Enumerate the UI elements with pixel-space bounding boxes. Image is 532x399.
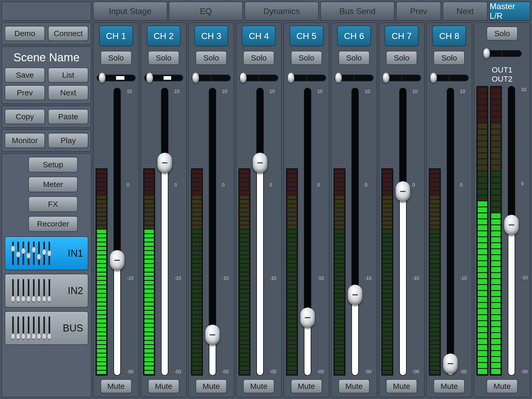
solo-button[interactable]: Solo	[386, 51, 417, 65]
level-meter	[490, 86, 502, 376]
level-meter	[286, 168, 298, 376]
pan-control[interactable]	[483, 48, 522, 59]
solo-button[interactable]: Solo	[101, 51, 132, 65]
fader[interactable]	[300, 88, 316, 376]
master-strip: SoloOUT1OUT2100-10-00Mute	[474, 22, 530, 397]
save-button[interactable]: Save	[5, 68, 45, 83]
tab-input-stage[interactable]: Input Stage	[93, 2, 167, 21]
bank-label: IN2	[58, 285, 83, 296]
fader-ticks: 100-10-00	[221, 88, 229, 376]
svg-point-45	[42, 334, 46, 339]
svg-point-17	[11, 296, 15, 302]
tab-prev[interactable]: Prev	[396, 2, 441, 21]
fader[interactable]	[395, 88, 411, 376]
solo-button[interactable]: Solo	[434, 51, 465, 65]
copy-button[interactable]: Copy	[5, 109, 45, 124]
channel-strip: CH 4Solo100-10-00Mute	[236, 22, 282, 397]
solo-button[interactable]: Solo	[196, 51, 227, 65]
channel-strip: CH 5Solo100-10-00Mute	[283, 22, 329, 397]
pan-control[interactable]	[430, 73, 469, 83]
fader[interactable]	[442, 88, 458, 376]
channel-label[interactable]: CH 6	[337, 25, 371, 46]
svg-point-29	[42, 296, 46, 302]
tab-master[interactable]: Master L/R	[489, 2, 530, 21]
solo-button[interactable]: Solo	[148, 51, 179, 65]
scene-next-button[interactable]: Next	[48, 85, 88, 100]
mute-button[interactable]: Mute	[338, 379, 370, 393]
channel-label[interactable]: CH 1	[99, 25, 133, 46]
scene-prev-button[interactable]: Prev	[5, 85, 45, 100]
mute-button[interactable]: Mute	[487, 379, 518, 393]
list-button[interactable]: List	[48, 68, 88, 83]
level-meter	[334, 168, 345, 376]
mute-button[interactable]: Mute	[196, 379, 227, 393]
svg-rect-10	[38, 242, 40, 265]
channel-label[interactable]: CH 8	[432, 25, 466, 46]
svg-point-35	[16, 334, 20, 339]
channel-label[interactable]: CH 7	[385, 25, 418, 46]
svg-point-3	[16, 252, 20, 257]
svg-point-5	[21, 248, 25, 254]
level-meter	[191, 168, 203, 376]
pan-control[interactable]	[335, 73, 374, 83]
fader[interactable]	[347, 88, 363, 376]
mute-button[interactable]: Mute	[148, 379, 179, 393]
bank-in2[interactable]: IN2	[5, 274, 88, 308]
fx-button[interactable]: FX	[28, 196, 78, 212]
svg-point-25	[32, 296, 36, 302]
connect-button[interactable]: Connect	[48, 26, 88, 41]
pan-control[interactable]	[97, 73, 136, 83]
demo-button[interactable]: Demo	[5, 26, 45, 41]
mute-button[interactable]: Mute	[434, 379, 465, 393]
svg-point-27	[37, 296, 41, 302]
fader[interactable]	[109, 88, 125, 376]
channel-strip: CH 6Solo100-10-00Mute	[331, 22, 377, 397]
fader-ticks: 100-10-00	[316, 88, 324, 376]
fader-ticks: 100-10-00	[269, 88, 276, 376]
fader[interactable]	[503, 86, 520, 376]
monitor-button[interactable]: Monitor	[5, 133, 45, 148]
setup-button[interactable]: Setup	[28, 157, 78, 172]
pan-control[interactable]	[144, 73, 183, 83]
tab-next[interactable]: Next	[443, 2, 488, 21]
pan-control[interactable]	[192, 73, 231, 83]
bank-label: BUS	[58, 323, 83, 334]
fader-ticks: 100-10-00	[126, 88, 134, 376]
paste-button[interactable]: Paste	[48, 109, 88, 124]
svg-point-23	[26, 296, 31, 302]
tab-dynamics[interactable]: Dynamics	[244, 2, 319, 21]
fader[interactable]	[252, 88, 268, 376]
svg-point-11	[37, 254, 41, 260]
channel-strip: CH 3Solo100-10-00Mute	[188, 22, 234, 397]
channel-strip: CH 8Solo100-10-00Mute	[426, 22, 472, 397]
mute-button[interactable]: Mute	[101, 379, 132, 393]
channel-label[interactable]: CH 5	[290, 25, 323, 46]
mute-button[interactable]: Mute	[291, 379, 322, 393]
solo-button[interactable]: Solo	[243, 51, 274, 65]
level-meter	[476, 86, 488, 376]
pan-control[interactable]	[239, 73, 278, 83]
channel-strip: CH 1Solo100-10-00Mute	[93, 22, 139, 397]
tab-bus-send[interactable]: Bus Send	[320, 2, 395, 21]
bank-in1[interactable]: IN1	[5, 236, 88, 270]
play-button[interactable]: Play	[48, 133, 88, 148]
solo-button[interactable]: Solo	[338, 51, 370, 65]
mute-button[interactable]: Mute	[243, 379, 274, 393]
pan-control[interactable]	[382, 73, 421, 83]
fader[interactable]	[157, 88, 173, 376]
pan-control[interactable]	[287, 73, 326, 83]
svg-point-15	[47, 250, 51, 256]
channel-label[interactable]: CH 4	[242, 25, 276, 46]
bank-bus[interactable]: BUS	[5, 311, 88, 345]
mute-button[interactable]: Mute	[386, 379, 417, 393]
channel-label[interactable]: CH 3	[194, 25, 228, 46]
level-meter	[143, 168, 155, 376]
solo-button[interactable]: Solo	[487, 26, 518, 41]
fader[interactable]	[204, 88, 221, 376]
fader-ticks: 100-10-00	[520, 86, 528, 376]
tab-eq[interactable]: EQ	[169, 2, 243, 21]
meter-button[interactable]: Meter	[28, 177, 78, 192]
solo-button[interactable]: Solo	[291, 51, 322, 65]
channel-label[interactable]: CH 2	[147, 25, 181, 46]
recorder-button[interactable]: Recorder	[28, 216, 78, 232]
